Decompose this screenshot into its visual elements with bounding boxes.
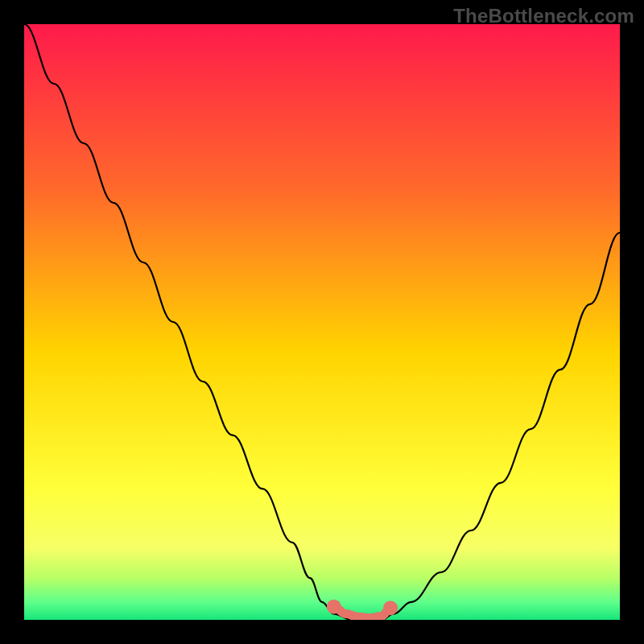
optimal-range-dot-left — [327, 600, 341, 614]
plot-area — [24, 24, 620, 620]
chart-frame: TheBottleneck.com — [0, 0, 644, 644]
gradient-background — [24, 24, 620, 620]
optimal-range-dot-right — [383, 601, 398, 615]
bottleneck-chart — [24, 24, 620, 620]
